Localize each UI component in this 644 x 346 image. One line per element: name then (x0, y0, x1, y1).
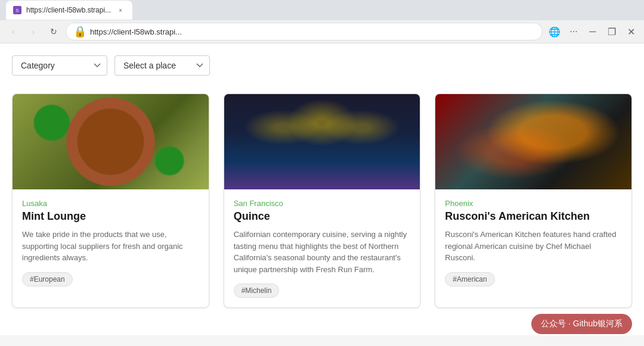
card-image-rusconi (435, 94, 631, 189)
card-body-mint-lounge: Lusaka Mint Lounge We take pride in the … (13, 189, 209, 296)
close-browser-button[interactable]: ✕ (623, 23, 639, 40)
page-content: CategoryEuropeanAmericanMichelin Select … (0, 43, 644, 335)
card-location-mint-lounge: Lusaka (22, 199, 199, 208)
card-title-mint-lounge: Mint Lounge (22, 210, 199, 223)
minimize-button[interactable]: ─ (584, 23, 601, 40)
card-location-quince: San Francisco (234, 199, 411, 208)
card-tag-quince[interactable]: #Michelin (234, 283, 280, 298)
card-body-rusconi: Phoenix Rusconi's American Kitchen Rusco… (435, 189, 631, 296)
card-title-quince: Quince (234, 210, 411, 223)
forward-button[interactable]: › (25, 23, 42, 40)
url-text: https://client-l58wb.strapi... (90, 27, 535, 36)
back-button[interactable]: ‹ (5, 23, 21, 40)
tab-close-button[interactable]: × (116, 5, 125, 15)
card-description-rusconi: Rusconi's American Kitchen features hand… (445, 229, 622, 264)
place-dropdown[interactable]: Select a placeLusakaSan FranciscoPhoenix (114, 55, 210, 76)
cards-grid: Lusaka Mint Lounge We take pride in the … (12, 93, 632, 308)
card-title-rusconi: Rusconi's American Kitchen (445, 210, 622, 223)
card-location-rusconi: Phoenix (445, 199, 622, 208)
tab-title: https://client-l58wb.strapi... (26, 6, 111, 14)
card-image-mint-lounge (13, 94, 209, 189)
browser-tab[interactable]: S https://client-l58wb.strapi... × (6, 1, 132, 20)
more-button[interactable]: ··· (565, 23, 582, 40)
reload-button[interactable]: ↻ (45, 23, 62, 40)
secure-icon: 🔒 (73, 25, 86, 38)
card-description-quince: Californian contemporary cuisine, servin… (234, 229, 411, 275)
category-dropdown[interactable]: CategoryEuropeanAmericanMichelin (12, 55, 107, 76)
card-quince[interactable]: San Francisco Quince Californian contemp… (224, 93, 421, 308)
card-mint-lounge[interactable]: Lusaka Mint Lounge We take pride in the … (12, 93, 209, 308)
tab-favicon: S (13, 6, 21, 14)
card-description-mint-lounge: We take pride in the products that we us… (22, 229, 199, 264)
globe-button[interactable]: 🌐 (546, 23, 563, 40)
watermark: 公众号 · Github银河系 (531, 314, 632, 334)
address-bar[interactable]: 🔒 https://client-l58wb.strapi... (66, 23, 543, 40)
address-bar-row: ‹ › ↻ 🔒 https://client-l58wb.strapi... 🌐… (0, 20, 644, 43)
tab-bar: S https://client-l58wb.strapi... × (0, 0, 644, 20)
filters-row: CategoryEuropeanAmericanMichelin Select … (12, 55, 632, 76)
card-tag-mint-lounge[interactable]: #European (22, 272, 73, 286)
card-body-quince: San Francisco Quince Californian contemp… (224, 189, 420, 307)
browser-chrome: S https://client-l58wb.strapi... × ‹ › ↻… (0, 0, 644, 43)
card-rusconi[interactable]: Phoenix Rusconi's American Kitchen Rusco… (435, 93, 632, 308)
card-image-quince (224, 94, 420, 189)
browser-actions: 🌐 ··· ─ ❐ ✕ (546, 23, 639, 40)
card-tag-rusconi[interactable]: #American (445, 272, 494, 286)
maximize-button[interactable]: ❐ (603, 23, 620, 40)
